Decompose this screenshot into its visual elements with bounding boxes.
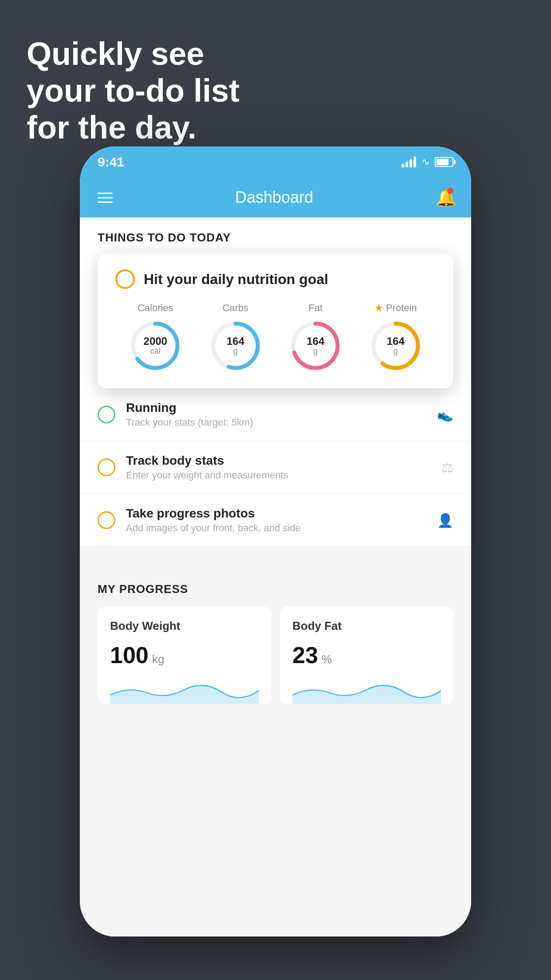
- progress-unit: kg: [152, 652, 164, 666]
- progress-unit: %: [322, 652, 332, 666]
- hamburger-line: [98, 193, 113, 194]
- hamburger-menu[interactable]: [98, 193, 113, 203]
- todo-item-circle: [98, 458, 115, 476]
- todo-circle-check: [115, 269, 135, 289]
- nutrition-label: Protein: [386, 302, 417, 314]
- hero-line-2: your to-do list: [27, 72, 240, 109]
- status-time: 9:41: [98, 154, 124, 170]
- notification-dot: [447, 188, 453, 194]
- things-section-header: THINGS TO DO TODAY: [80, 217, 471, 245]
- nutrition-circles: Calories 2000 cal Carbs 164 g Fat 164 g …: [115, 302, 436, 372]
- nutrition-label-row: Calories: [138, 302, 173, 314]
- ring-unit: g: [307, 347, 324, 356]
- star-icon: ★: [374, 302, 383, 314]
- nutrition-ring: 164 g: [289, 319, 342, 372]
- nutrition-item: ★Protein 164 g: [369, 302, 422, 372]
- app-header: Dashboard 🔔: [80, 178, 471, 217]
- phone-frame: 9:41 ∿ Dashboard 🔔: [80, 146, 471, 937]
- progress-card-1[interactable]: Body Fat 23 %: [280, 607, 453, 704]
- todo-item-icon: 👤: [437, 513, 453, 528]
- battery-icon: [435, 157, 453, 167]
- todo-item-subtitle: Enter your weight and measurements: [126, 470, 431, 481]
- nutrition-card: Hit your daily nutrition goal Calories 2…: [98, 253, 453, 388]
- progress-section: MY PROGRESS Body Weight 100 kg Body Fat …: [80, 565, 471, 713]
- ring-unit: g: [227, 347, 244, 356]
- progress-section-title: MY PROGRESS: [98, 582, 453, 596]
- wifi-icon: ∿: [421, 156, 429, 168]
- ring-number: 164: [307, 336, 324, 347]
- signal-icon: [401, 157, 416, 167]
- notification-bell[interactable]: 🔔: [436, 188, 453, 207]
- todo-item-circle: [98, 406, 115, 423]
- things-section-title: THINGS TO DO TODAY: [98, 231, 453, 245]
- nutrition-ring: 2000 cal: [129, 319, 182, 372]
- progress-card-0[interactable]: Body Weight 100 kg: [98, 607, 271, 704]
- nutrition-ring: 164 g: [369, 319, 422, 372]
- progress-chart: [110, 677, 259, 704]
- progress-value-row: 23 %: [292, 642, 441, 668]
- nutrition-item: Fat 164 g: [289, 302, 342, 372]
- nutrition-card-title: Hit your daily nutrition goal: [144, 271, 328, 288]
- todo-item-subtitle: Track your stats (target: 5km): [126, 417, 426, 428]
- progress-card-title: Body Fat: [292, 619, 441, 633]
- progress-number: 100: [110, 642, 149, 668]
- nutrition-item: Carbs 164 g: [209, 302, 262, 372]
- hero-line-1: Quickly see: [27, 36, 240, 72]
- nutrition-label-row: Carbs: [222, 302, 248, 314]
- todo-item-title: Track body stats: [126, 454, 431, 468]
- todo-list: Running Track your stats (target: 5km) 👟…: [80, 388, 471, 547]
- progress-card-title: Body Weight: [110, 619, 259, 633]
- ring-number: 164: [227, 336, 244, 347]
- todo-item-title: Take progress photos: [126, 506, 426, 521]
- progress-cards: Body Weight 100 kg Body Fat 23 %: [98, 607, 453, 704]
- hamburger-line: [98, 202, 113, 203]
- header-title: Dashboard: [235, 188, 313, 207]
- nutrition-label-row: Fat: [308, 302, 323, 314]
- ring-unit: g: [387, 347, 405, 356]
- todo-item-text: Track body stats Enter your weight and m…: [126, 454, 431, 481]
- app-content: THINGS TO DO TODAY Hit your daily nutrit…: [80, 217, 471, 937]
- todo-item[interactable]: Take progress photos Add images of your …: [80, 494, 471, 547]
- hamburger-line: [98, 197, 113, 198]
- nutrition-label: Calories: [138, 302, 173, 314]
- nutrition-ring: 164 g: [209, 319, 262, 372]
- todo-item-title: Running: [126, 401, 426, 415]
- todo-item-icon: ⚖: [441, 460, 453, 475]
- ring-number: 164: [387, 336, 405, 347]
- card-title-row: Hit your daily nutrition goal: [115, 269, 436, 289]
- ring-number: 2000: [144, 336, 167, 347]
- hero-line-3: for the day.: [27, 109, 240, 146]
- nutrition-item: Calories 2000 cal: [129, 302, 182, 372]
- progress-number: 23: [292, 642, 318, 668]
- status-bar: 9:41 ∿: [80, 146, 471, 178]
- todo-item-icon: 👟: [437, 407, 453, 423]
- nutrition-label: Carbs: [222, 302, 248, 314]
- nutrition-label-row: ★Protein: [374, 302, 417, 314]
- todo-item-text: Take progress photos Add images of your …: [126, 506, 426, 534]
- todo-item-subtitle: Add images of your front, back, and side: [126, 522, 426, 534]
- status-icons: ∿: [401, 156, 453, 168]
- todo-item-text: Running Track your stats (target: 5km): [126, 401, 426, 428]
- todo-item[interactable]: Running Track your stats (target: 5km) 👟: [80, 388, 471, 441]
- todo-item[interactable]: Track body stats Enter your weight and m…: [80, 441, 471, 494]
- todo-item-circle: [98, 511, 115, 529]
- nutrition-label: Fat: [308, 302, 323, 314]
- hero-text: Quickly see your to-do list for the day.: [27, 36, 240, 146]
- progress-chart: [292, 677, 441, 704]
- progress-value-row: 100 kg: [110, 642, 259, 668]
- ring-unit: cal: [144, 347, 167, 356]
